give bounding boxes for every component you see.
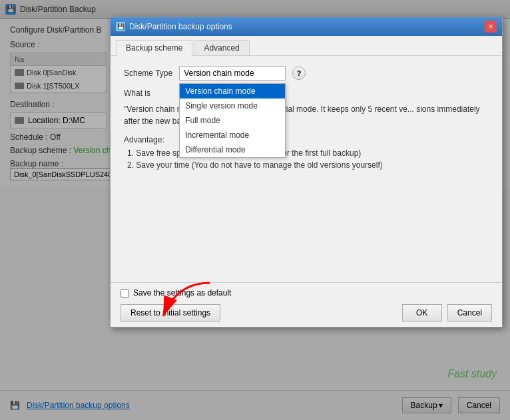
modal-titlebar: 💾 Disk/Partition backup options ×	[111, 17, 502, 36]
scheme-dropdown-menu: Version chain mode Single version mode F…	[179, 83, 286, 158]
red-arrow-svg	[150, 276, 230, 329]
tab-bar: Backup scheme Advanced	[111, 36, 502, 56]
modal-close-button[interactable]: ×	[485, 21, 497, 33]
dropdown-item-full-mode[interactable]: Full mode	[180, 113, 285, 128]
cancel-button-modal[interactable]: Cancel	[447, 304, 492, 321]
dropdown-item-incremental[interactable]: Incremental mode	[180, 128, 285, 142]
dropdown-item-version-chain[interactable]: Version chain mode	[180, 84, 285, 99]
scheme-type-row: Scheme Type Version chain mode Single ve…	[124, 66, 489, 81]
advantage-item-1: 2. Save your time (You do not have to ma…	[124, 160, 489, 170]
modal-titlebar-title: Disk/Partition backup options	[129, 22, 232, 31]
scheme-type-label: Scheme Type	[124, 69, 172, 78]
ok-button[interactable]: OK	[402, 304, 442, 321]
scheme-select-wrapper: Version chain mode Single version mode F…	[179, 66, 286, 81]
tab-advanced[interactable]: Advanced	[194, 40, 249, 55]
tab-backup-scheme[interactable]: Backup scheme	[116, 40, 192, 56]
dropdown-item-differential[interactable]: Differential mode	[180, 142, 285, 157]
dropdown-item-single-version[interactable]: Single version mode	[180, 99, 285, 113]
modal-titlebar-left: 💾 Disk/Partition backup options	[116, 22, 232, 31]
scheme-type-select[interactable]: Version chain mode Single version mode F…	[179, 66, 286, 81]
save-default-checkbox[interactable]	[121, 289, 129, 298]
help-button[interactable]: ?	[292, 67, 306, 80]
modal-titlebar-icon: 💾	[116, 22, 125, 31]
modal-content: Scheme Type Version chain mode Single ve…	[111, 56, 502, 282]
